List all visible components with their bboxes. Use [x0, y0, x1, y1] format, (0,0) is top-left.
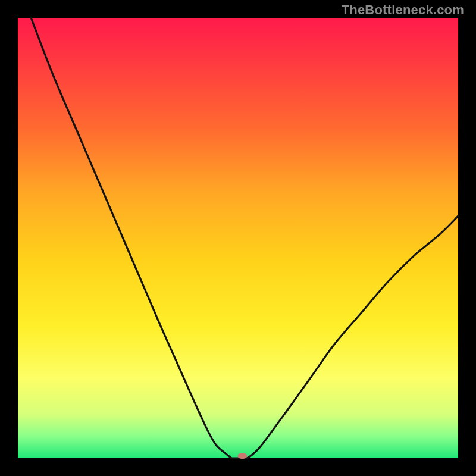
bottleneck-chart — [0, 0, 476, 476]
plot-background — [18, 18, 458, 458]
min-marker — [237, 453, 247, 459]
watermark-text: TheBottleneck.com — [342, 2, 464, 18]
